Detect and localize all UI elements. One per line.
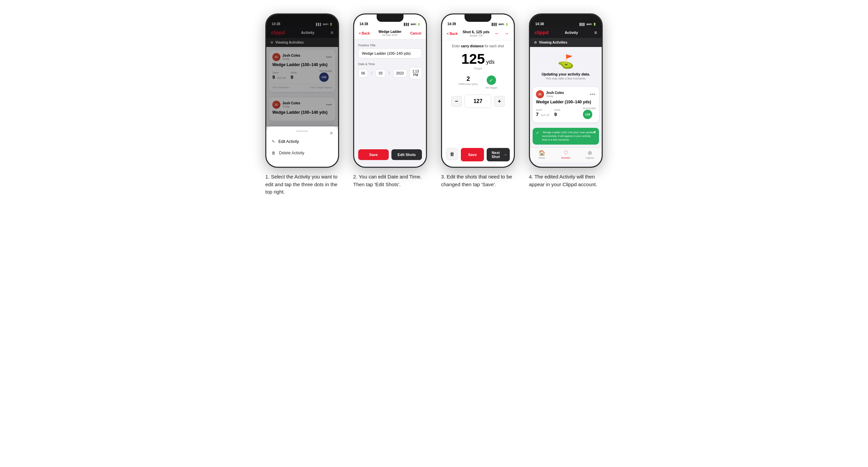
shot-nav-center-3: Shot 6, 125 yds Score 7/9 bbox=[463, 30, 489, 37]
delete-activity-item[interactable]: 🗑 Delete Activity bbox=[272, 147, 333, 159]
hamburger-icon-4[interactable]: ≡ bbox=[594, 30, 597, 35]
next-shot-button-3[interactable]: Next Shot → bbox=[487, 148, 510, 161]
avatar-4: JC bbox=[536, 90, 544, 98]
edit-shots-button-2[interactable]: Edit Shots bbox=[392, 149, 422, 160]
bottom-sheet: ✕ ✎ Edit Activity 🗑 Delete Activity bbox=[266, 126, 338, 167]
phone-4-screen: 14:38 ▌▌▌ WiFi 🔋 clippd Activity ≡ ⚙ bbox=[530, 14, 602, 167]
prev-shot-icon[interactable]: ← bbox=[494, 31, 500, 37]
shot-number-input-3[interactable]: 127 bbox=[465, 95, 491, 108]
edit-label: Edit Activity bbox=[278, 139, 299, 144]
capture-icon-4: ⊕ bbox=[588, 150, 592, 156]
activity-header-icon-4: ⚙ bbox=[534, 40, 537, 44]
date-dd-2[interactable]: 06 bbox=[358, 69, 368, 77]
phone-1-frame: 14:38 ▌▌▌ WiFi 🔋 clippd Activity ≡ ⚙ bbox=[265, 13, 339, 168]
save-button-2[interactable]: Save bbox=[358, 149, 389, 160]
golf-flag-icon: ⛳ bbox=[557, 54, 574, 69]
phone-2-column: 14:38 ▌▌▌ WiFi 🔋 < Back Wedge Ladder 06 … bbox=[351, 13, 429, 188]
shot-unit-3: yds bbox=[486, 59, 495, 65]
tab-capture-label-4: Capture bbox=[586, 157, 594, 159]
quality-label-4: Shot Quality bbox=[583, 107, 596, 110]
card-dots-4[interactable]: ••• bbox=[590, 92, 596, 97]
form-date-row-2: 06 / 03 / 2023 1:13 PM bbox=[358, 67, 422, 79]
sheet-handle bbox=[296, 130, 308, 132]
shot-footer-3: 🗑 Save Next Shot → bbox=[442, 145, 514, 167]
minus-button-3[interactable]: − bbox=[451, 96, 462, 107]
date-mm-2[interactable]: 03 bbox=[376, 69, 385, 77]
toast-close-icon[interactable]: ✕ bbox=[593, 130, 596, 134]
card-date-4: Today bbox=[546, 95, 564, 98]
nav-center-title-2: Wedge Ladder bbox=[379, 30, 402, 34]
next-shot-icon-nav[interactable]: → bbox=[504, 31, 509, 37]
activity-header-text-4: Viewing Activities bbox=[539, 40, 567, 44]
card-stats-4: Score 7 OUT OF Shots 9 Shot Quality 118 bbox=[536, 107, 596, 119]
toast-check-icon: ✓ bbox=[536, 130, 539, 135]
signal-icon-4: ▌▌▌ bbox=[580, 23, 585, 26]
form-date-label-2: Date & Time bbox=[358, 62, 422, 66]
nav-center-sub-2: 06 Mar 2023 bbox=[379, 34, 402, 37]
dim-overlay bbox=[266, 14, 338, 126]
caption-1: 1. Select the Activity you want to edit … bbox=[265, 173, 339, 196]
nav-title-4: Activity bbox=[565, 31, 578, 35]
hit-target-label-3: Hit Target bbox=[486, 86, 497, 89]
golf-icon-area-4: ⛳ Updating your activity data. This may … bbox=[530, 47, 602, 84]
delete-label: Delete Activity bbox=[279, 151, 304, 155]
nav-center-2: Wedge Ladder 06 Mar 2023 bbox=[379, 30, 402, 37]
notch-3 bbox=[465, 14, 491, 22]
date-yyyy-2[interactable]: 2023 bbox=[393, 69, 406, 77]
plus-button-3[interactable]: + bbox=[494, 96, 505, 107]
shot-input-row-3: − 127 + bbox=[451, 95, 505, 108]
nav-bar-4: clippd Activity ≡ bbox=[530, 27, 602, 38]
phone-3-frame: 14:39 ▌▌▌ WiFi 🔋 < Back Shot 6, 125 yds … bbox=[441, 13, 515, 168]
activities-icon-4: ♡ bbox=[563, 150, 568, 156]
phone-3-screen: 14:39 ▌▌▌ WiFi 🔋 < Back Shot 6, 125 yds … bbox=[442, 14, 514, 167]
battery-icon-3: 🔋 bbox=[505, 23, 508, 26]
shot-stats-row-3: 2 Difference (yds) ✓ Hit Target bbox=[459, 75, 497, 89]
updating-text-4: Updating your activity data. bbox=[542, 72, 590, 76]
shot-title-3: Shot 6, 125 yds bbox=[463, 30, 489, 34]
tab-activities-label-4: Activities bbox=[561, 157, 570, 159]
shot-instruction-3: Enter carry distance for each shot bbox=[452, 44, 504, 48]
phone-2-frame: 14:38 ▌▌▌ WiFi 🔋 < Back Wedge Ladder 06 … bbox=[353, 13, 427, 168]
edit-activity-item[interactable]: ✎ Edit Activity bbox=[272, 136, 333, 147]
notch-2 bbox=[377, 14, 403, 22]
target-label-3: Target bbox=[473, 67, 482, 70]
form-title-label-2: Practice Title bbox=[358, 43, 422, 47]
card-username-4: Josh Coles bbox=[546, 91, 564, 95]
shots-val-4: 9 bbox=[554, 112, 557, 117]
date-sep-2: / bbox=[389, 71, 390, 75]
toast-text-4: "Wedge Ladder (100–140 yds)" was updated… bbox=[542, 130, 596, 142]
phone-3-column: 14:39 ▌▌▌ WiFi 🔋 < Back Shot 6, 125 yds … bbox=[439, 13, 517, 188]
card-user-info-4: JC Josh Coles Today bbox=[536, 90, 564, 98]
tab-activities-4[interactable]: ♡ Activities bbox=[554, 150, 578, 159]
form-title-input-2[interactable]: Wedge Ladder (100–140 yds) bbox=[358, 48, 422, 58]
phone-4-column: 14:38 ▌▌▌ WiFi 🔋 clippd Activity ≡ ⚙ bbox=[527, 13, 604, 188]
shot-score-3: Score 7/9 bbox=[463, 34, 489, 37]
sheet-close-icon[interactable]: ✕ bbox=[329, 130, 333, 136]
date-time-2[interactable]: 1:13 PM bbox=[409, 67, 422, 79]
status-icons-2: ▌▌▌ WiFi 🔋 bbox=[404, 23, 421, 26]
status-time-3: 14:39 bbox=[447, 22, 456, 26]
status-icons-3: ▌▌▌ WiFi 🔋 bbox=[492, 23, 508, 26]
shot-badge-4: 118 bbox=[583, 110, 592, 119]
caption-4: 4. The edited Activity will then appear … bbox=[529, 173, 603, 188]
caption-3: 3. Edit the shots that need to be change… bbox=[441, 173, 515, 188]
nav-logo-4: clippd bbox=[535, 30, 548, 35]
shots-label-4: Shots bbox=[554, 109, 560, 111]
edit-icon: ✎ bbox=[272, 139, 275, 144]
tab-capture-4[interactable]: ⊕ Capture bbox=[578, 150, 602, 159]
cancel-btn-2[interactable]: Cancel bbox=[410, 32, 421, 35]
battery-icon-2: 🔋 bbox=[417, 23, 421, 26]
back-btn-3[interactable]: < Back bbox=[447, 32, 458, 36]
phone-1-screen: 14:38 ▌▌▌ WiFi 🔋 clippd Activity ≡ ⚙ bbox=[266, 14, 338, 167]
hit-target-icon-3: ✓ bbox=[487, 75, 496, 85]
home-icon-4: 🏠 bbox=[539, 150, 545, 156]
trash-button-3[interactable]: 🗑 bbox=[446, 148, 458, 160]
save-button-3[interactable]: Save bbox=[461, 148, 484, 161]
battery-icon-4: 🔋 bbox=[593, 23, 596, 26]
shot-nav-3: < Back Shot 6, 125 yds Score 7/9 ← → bbox=[442, 27, 514, 40]
wifi-icon-4: WiFi bbox=[586, 23, 592, 26]
card-title-4: Wedge Ladder (100–140 yds) bbox=[536, 100, 596, 104]
back-btn-2[interactable]: < Back bbox=[359, 32, 370, 35]
tab-home-4[interactable]: 🏠 Home bbox=[530, 150, 554, 159]
status-time-4: 14:38 bbox=[535, 22, 544, 26]
